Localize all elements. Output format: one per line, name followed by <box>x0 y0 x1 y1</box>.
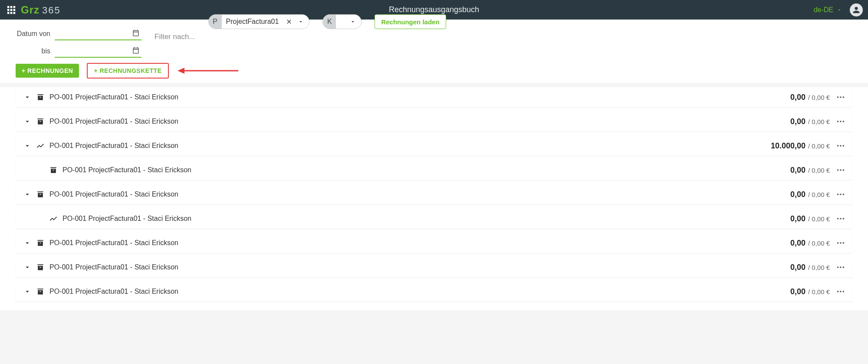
more-menu-icon[interactable] <box>836 141 845 151</box>
invoice-amounts: 0,00/ 0,00 € <box>790 117 830 126</box>
expand-toggle[interactable] <box>23 263 32 271</box>
more-menu-icon[interactable] <box>836 190 845 199</box>
svg-point-15 <box>840 121 842 122</box>
expand-toggle[interactable] <box>23 118 32 125</box>
svg-point-12 <box>840 96 842 98</box>
locale-selector[interactable]: de-DE <box>814 6 842 14</box>
svg-point-29 <box>837 242 839 244</box>
expand-toggle[interactable] <box>23 288 32 295</box>
clear-icon[interactable] <box>283 18 295 25</box>
trend-icon <box>48 214 59 223</box>
add-invoice-chain-button[interactable]: + RECHNUNGSKETTE <box>87 63 168 79</box>
date-from-input[interactable] <box>55 27 141 40</box>
svg-point-21 <box>840 169 842 171</box>
invoice-label: PO-001 ProjectFactura01 - Staci Erickson <box>49 93 178 101</box>
action-bar: + RECHNUNGEN + RECHNUNGSKETTE <box>0 60 868 83</box>
brand-suffix: 365 <box>42 5 61 16</box>
apps-grid-icon[interactable] <box>5 4 17 16</box>
svg-point-14 <box>837 121 839 122</box>
svg-point-31 <box>843 242 845 244</box>
svg-point-24 <box>840 193 842 195</box>
invoice-row[interactable]: PO-001 ProjectFactura01 - Staci Erickson… <box>16 184 852 204</box>
more-menu-icon[interactable] <box>836 238 845 248</box>
date-to-label: bis <box>16 47 50 55</box>
project-filter-chip[interactable]: P ProjectFactura01 <box>208 14 310 29</box>
amount-main: 0,00 <box>790 263 806 272</box>
amount-main: 0,00 <box>790 166 806 175</box>
invoice-row[interactable]: PO-001 ProjectFactura01 - Staci Erickson… <box>16 87 852 107</box>
archive-icon <box>35 287 46 296</box>
invoice-amounts: 10.000,00/ 0,00 € <box>771 141 830 151</box>
amount-main: 0,00 <box>790 239 806 248</box>
cost-filter-chip[interactable]: K <box>322 14 362 29</box>
amount-sub: / 0,00 € <box>808 94 830 101</box>
svg-rect-6 <box>7 12 10 14</box>
svg-point-17 <box>837 145 839 147</box>
amount-main: 0,00 <box>790 117 806 126</box>
amount-main: 0,00 <box>790 190 806 199</box>
date-from-label: Datum von <box>16 30 50 38</box>
svg-point-19 <box>843 145 845 147</box>
amount-sub: / 0,00 € <box>808 142 830 150</box>
svg-rect-1 <box>10 6 13 8</box>
expand-toggle[interactable] <box>23 239 32 247</box>
date-to-input[interactable] <box>55 45 141 58</box>
svg-point-33 <box>840 266 842 268</box>
amount-main: 0,00 <box>790 214 806 223</box>
more-menu-icon[interactable] <box>836 117 845 126</box>
invoice-label: PO-001 ProjectFactura01 - Staci Erickson <box>49 118 178 125</box>
svg-rect-8 <box>13 12 16 14</box>
chevron-down-icon[interactable] <box>347 19 361 25</box>
archive-icon <box>35 93 46 102</box>
expand-toggle[interactable] <box>23 93 32 101</box>
invoice-label: PO-001 ProjectFactura01 - Staci Erickson <box>62 215 191 223</box>
add-invoices-button[interactable]: + RECHNUNGEN <box>16 64 79 78</box>
svg-rect-5 <box>13 9 16 11</box>
archive-icon <box>35 239 46 247</box>
svg-point-16 <box>843 121 845 122</box>
invoice-amounts: 0,00/ 0,00 € <box>790 239 830 248</box>
invoice-amounts: 0,00/ 0,00 € <box>790 166 830 175</box>
chevron-down-icon <box>837 7 842 13</box>
cost-chip-tag: K <box>323 15 336 29</box>
chevron-down-icon[interactable] <box>295 19 309 25</box>
svg-point-28 <box>843 218 845 220</box>
invoice-label: PO-001 ProjectFactura01 - Staci Erickson <box>49 142 178 150</box>
svg-point-25 <box>843 193 845 195</box>
invoice-list: PO-001 ProjectFactura01 - Staci Erickson… <box>0 87 868 310</box>
svg-point-22 <box>843 169 845 171</box>
calendar-icon <box>132 29 140 37</box>
invoice-row[interactable]: PO-001 ProjectFactura01 - Staci Erickson… <box>16 111 852 131</box>
invoice-amounts: 0,00/ 0,00 € <box>790 287 830 296</box>
more-menu-icon[interactable] <box>836 262 845 272</box>
svg-rect-0 <box>7 6 10 8</box>
svg-rect-3 <box>7 9 10 11</box>
project-chip-tag: P <box>209 15 222 29</box>
expand-toggle[interactable] <box>23 142 32 150</box>
amount-main: 0,00 <box>790 287 806 296</box>
archive-icon <box>48 166 59 174</box>
invoice-amounts: 0,00/ 0,00 € <box>790 263 830 272</box>
avatar[interactable] <box>850 3 863 16</box>
invoice-row[interactable]: PO-001 ProjectFactura01 - Staci Erickson… <box>16 136 852 156</box>
more-menu-icon[interactable] <box>836 92 845 102</box>
more-menu-icon[interactable] <box>836 287 845 296</box>
svg-point-23 <box>837 193 839 195</box>
amount-main: 0,00 <box>790 93 806 102</box>
invoice-row[interactable]: PO-001 ProjectFactura01 - Staci Erickson… <box>16 282 852 302</box>
more-menu-icon[interactable] <box>836 214 845 223</box>
more-menu-icon[interactable] <box>836 165 845 175</box>
invoice-row[interactable]: PO-001 ProjectFactura01 - Staci Erickson… <box>16 233 852 253</box>
invoice-row[interactable]: PO-001 ProjectFactura01 - Staci Erickson… <box>16 160 852 180</box>
project-chip-value: ProjectFactura01 <box>222 18 283 26</box>
amount-sub: / 0,00 € <box>808 118 830 125</box>
invoice-row[interactable]: PO-001 ProjectFactura01 - Staci Erickson… <box>16 257 852 277</box>
svg-point-27 <box>840 218 842 220</box>
svg-point-11 <box>837 96 839 98</box>
invoice-label: PO-001 ProjectFactura01 - Staci Erickson <box>49 239 178 247</box>
load-invoices-button[interactable]: Rechnungen laden <box>375 14 446 29</box>
invoice-row[interactable]: PO-001 ProjectFactura01 - Staci Erickson… <box>16 209 852 229</box>
amount-main: 10.000,00 <box>771 141 806 151</box>
svg-point-13 <box>843 96 845 98</box>
expand-toggle[interactable] <box>23 190 32 198</box>
